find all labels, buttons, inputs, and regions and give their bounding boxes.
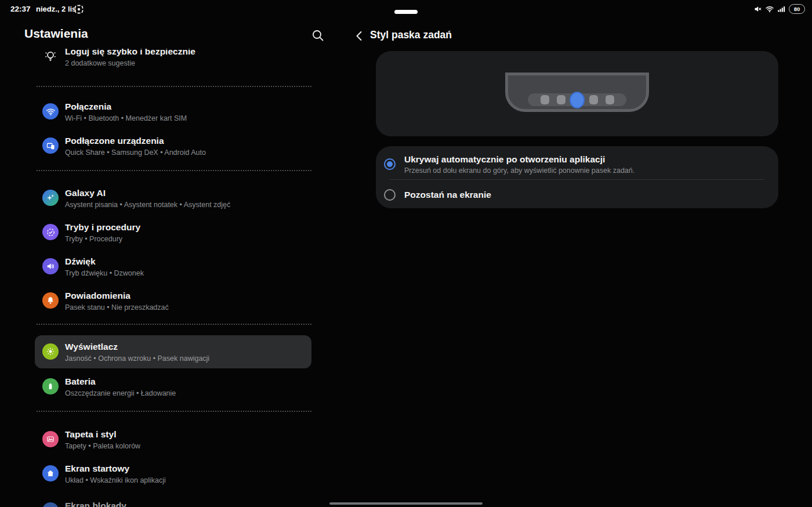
modes-clock-icon — [42, 224, 59, 240]
wifi-icon — [42, 103, 59, 119]
list-item-display[interactable]: Wyświetlacz Jasność • Ochrona wzroku • P… — [35, 341, 311, 369]
signal-bars-icon — [777, 5, 786, 13]
bell-icon — [42, 292, 59, 309]
item-subtitle: Quick Share • Samsung DeX • Android Auto — [65, 148, 206, 157]
taskbar-style-options-card: Ukrywaj automatycznie po otworzeniu apli… — [376, 146, 778, 208]
item-title: Ekran startowy — [65, 463, 166, 474]
item-subtitle: Tapety • Paleta kolorów — [65, 441, 140, 451]
devices-icon — [42, 137, 59, 154]
radio-selected-icon[interactable] — [384, 158, 396, 170]
lock-icon — [42, 502, 59, 507]
taskbar-app-dot — [557, 95, 566, 104]
item-subtitle: Asystent pisania • Asystent notatek • As… — [65, 200, 230, 209]
list-item-notifications[interactable]: Powiadomienia Pasek stanu • Nie przeszka… — [35, 290, 311, 318]
item-subtitle: 2 dodatkowe sugestie — [65, 59, 195, 68]
option-label: Pozostań na ekranie — [404, 190, 491, 200]
item-title: Podłączone urządzenia — [65, 135, 206, 146]
battery-indicator: 80 — [789, 4, 805, 14]
speaker-icon — [42, 258, 59, 274]
status-icons: 80 — [753, 4, 805, 14]
home-icon — [42, 465, 59, 481]
item-subtitle: Wi-Fi • Bluetooth • Menedżer kart SIM — [65, 114, 187, 123]
sun-icon — [42, 343, 59, 360]
item-title: Galaxy AI — [65, 187, 230, 198]
option-auto-hide[interactable]: Ukrywaj automatycznie po otworzeniu apli… — [376, 146, 778, 179]
taskbar-app-dot — [606, 95, 614, 104]
item-subtitle: Tryb dźwięku • Dzwonek — [65, 269, 144, 278]
item-subtitle: Układ • Wskaźniki ikon aplikacji — [65, 476, 166, 485]
item-title: Połączenia — [65, 101, 187, 112]
settings-list: Loguj się szybko i bezpiecznie 2 dodatko… — [0, 49, 348, 507]
mute-icon — [753, 5, 762, 13]
detail-title: Styl paska zadań — [370, 29, 452, 41]
list-item-galaxy-ai[interactable]: Galaxy AI Asystent pisania • Asystent no… — [35, 187, 311, 215]
taskbar-app-dot — [541, 95, 549, 104]
page-title: Ustawienia — [24, 27, 88, 41]
home-gesture-bar[interactable] — [329, 502, 483, 505]
sparkles-icon — [42, 190, 59, 206]
item-subtitle: Oszczędzanie energii • Ładowanie — [65, 389, 176, 398]
item-title: Wyświetlacz — [65, 341, 209, 352]
list-item-wallpaper[interactable]: Tapeta i styl Tapety • Paleta kolorów — [35, 429, 311, 457]
radio-unselected-icon[interactable] — [384, 189, 396, 201]
option-description: Przesuń od dołu ekranu do góry, aby wyśw… — [404, 166, 635, 175]
taskbar-preview-card — [376, 51, 778, 136]
group-divider — [37, 170, 311, 171]
list-item-home-screen[interactable]: Ekran startowy Układ • Wskaźniki ikon ap… — [35, 463, 311, 491]
item-title: Dźwięk — [65, 256, 144, 267]
back-icon[interactable] — [353, 29, 367, 43]
group-divider — [37, 324, 311, 325]
list-item-battery[interactable]: Bateria Oszczędzanie energii • Ładowanie — [35, 376, 311, 404]
clock: 22:37 — [10, 5, 31, 13]
option-stay-on-screen[interactable]: Pozostań na ekranie — [376, 179, 778, 208]
camera-cutout-bar — [394, 10, 418, 14]
item-title: Tryby i procedury — [65, 222, 140, 233]
list-item-modes-routines[interactable]: Tryby i procedury Tryby • Procedury — [35, 222, 311, 249]
group-divider — [37, 86, 311, 87]
status-date: niedz., 2 lis — [36, 5, 76, 13]
item-subtitle: Jasność • Ochrona wzroku • Pasek nawigac… — [65, 354, 209, 363]
lightbulb-icon — [42, 49, 59, 64]
settings-screen: 22:37 niedz., 2 lis 80 Ustawienia — [0, 0, 812, 507]
taskbar-pill-illustration — [528, 93, 626, 106]
option-label: Ukrywaj automatycznie po otworzeniu apli… — [404, 154, 605, 165]
list-item-sound[interactable]: Dźwięk Tryb dźwięku • Dzwonek — [35, 256, 311, 284]
item-subtitle: Pasek stanu • Nie przeszkadzać — [65, 303, 169, 312]
list-item-suggestions[interactable]: Loguj się szybko i bezpiecznie 2 dodatko… — [35, 49, 311, 74]
item-title: Tapeta i styl — [65, 429, 140, 440]
item-title: Loguj się szybko i bezpiecznie — [65, 49, 195, 57]
taskbar-app-dot — [589, 95, 598, 104]
list-item-connections[interactable]: Połączenia Wi-Fi • Bluetooth • Menedżer … — [35, 101, 311, 129]
wifi-status-icon — [765, 5, 774, 13]
list-item-lock-screen[interactable]: Ekran blokady — [35, 500, 311, 507]
list-item-connected-devices[interactable]: Podłączone urządzenia Quick Share • Sams… — [35, 135, 311, 163]
wallpaper-icon — [42, 431, 59, 447]
tablet-illustration — [505, 73, 649, 112]
touch-indicator-dot — [570, 92, 585, 108]
item-title: Powiadomienia — [65, 290, 169, 301]
search-icon[interactable] — [311, 28, 325, 42]
battery-icon — [42, 378, 59, 394]
item-title: Ekran blokady — [65, 500, 126, 507]
group-divider — [37, 411, 311, 412]
item-title: Bateria — [65, 376, 176, 387]
item-subtitle: Tryby • Procedury — [65, 234, 140, 244]
screen-recorder-icon — [74, 5, 84, 14]
